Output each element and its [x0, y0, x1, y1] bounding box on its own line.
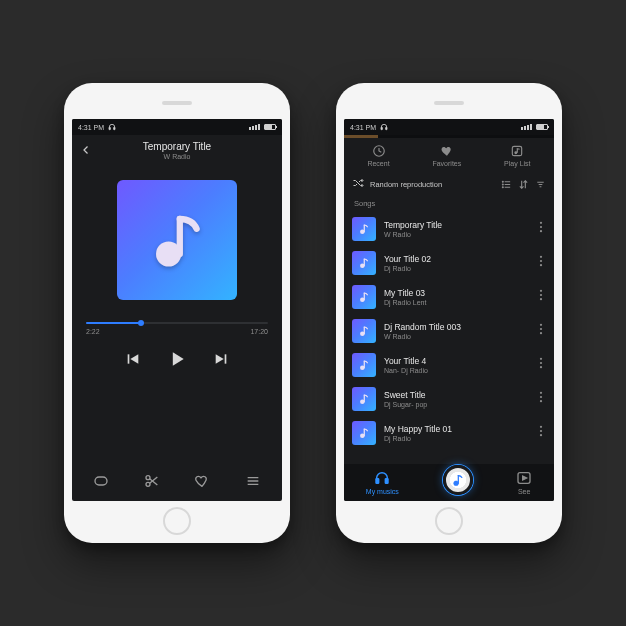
svg-point-26 [502, 186, 503, 187]
song-artist: W Radio [384, 231, 528, 238]
next-button[interactable] [213, 351, 229, 371]
song-more-button[interactable] [536, 424, 546, 442]
song-title: Dj Random Title 003 [384, 322, 528, 332]
song-row[interactable]: Your Title 4Nan- Dj Radio [344, 348, 554, 382]
album-art[interactable] [117, 180, 237, 300]
svg-point-49 [540, 366, 542, 368]
song-more-button[interactable] [536, 356, 546, 374]
song-title: Temporary Title [384, 220, 528, 230]
song-more-button[interactable] [536, 322, 546, 340]
svg-rect-16 [381, 127, 382, 129]
nav-label: My musics [366, 488, 399, 495]
svg-point-43 [540, 324, 542, 326]
song-thumb [352, 421, 376, 445]
player-header: Temporary Title W Radio [72, 135, 282, 162]
song-artist: Nan- Dj Radio [384, 367, 528, 374]
svg-point-53 [540, 400, 542, 402]
svg-point-36 [540, 260, 542, 262]
svg-point-56 [540, 430, 542, 432]
svg-rect-0 [109, 127, 110, 129]
queue-button[interactable] [245, 474, 261, 488]
song-thumb [352, 251, 376, 275]
song-more-button[interactable] [536, 390, 546, 408]
svg-point-35 [540, 256, 542, 258]
shuffle-label: Random reproduction [370, 180, 442, 189]
svg-point-41 [540, 298, 542, 300]
song-row[interactable]: Dj Random Title 003W Radio [344, 314, 554, 348]
song-row[interactable]: Your Title 02Dj Radio [344, 246, 554, 280]
svg-point-47 [540, 358, 542, 360]
song-row[interactable]: My Title 03Dj Radio Lent [344, 280, 554, 314]
svg-rect-7 [225, 354, 227, 363]
song-meta: My Title 03Dj Radio Lent [384, 288, 528, 306]
svg-point-40 [540, 294, 542, 296]
song-thumb [352, 285, 376, 309]
svg-rect-3 [128, 354, 130, 363]
top-tabs: Recent Favorites Play List [344, 138, 554, 171]
song-artist: Dj Radio Lent [384, 299, 528, 306]
shuffle-button[interactable] [352, 177, 364, 191]
nav-label: See [518, 488, 530, 495]
song-artist: Dj Radio [384, 435, 528, 442]
status-headphones-icon [380, 123, 388, 131]
svg-rect-58 [376, 479, 379, 484]
status-bar: 4:31 PM [72, 119, 282, 135]
song-title: My Happy Title 01 [384, 424, 528, 434]
song-more-button[interactable] [536, 220, 546, 238]
song-artist: Dj Radio [384, 265, 528, 272]
song-more-button[interactable] [536, 254, 546, 272]
phone-player: 4:31 PM Temporary Title W Radio [64, 83, 290, 543]
song-row[interactable]: My Happy Title 01Dj Radio [344, 416, 554, 450]
song-row[interactable]: Sweet TitleDj Sugar- pop [344, 382, 554, 416]
svg-point-31 [540, 222, 542, 224]
nav-now-playing[interactable] [443, 471, 473, 495]
song-row[interactable]: Temporary TitleW Radio [344, 212, 554, 246]
repeat-button[interactable] [93, 474, 109, 488]
cut-button[interactable] [144, 473, 160, 489]
tab-recent[interactable]: Recent [367, 144, 389, 167]
svg-rect-1 [114, 127, 115, 129]
status-bar: 4:31 PM [344, 119, 554, 135]
progress-bar[interactable] [86, 322, 268, 324]
sort-button[interactable] [518, 179, 529, 190]
song-title: Your Title 02 [384, 254, 528, 264]
tab-playlist[interactable]: Play List [504, 144, 530, 167]
svg-point-48 [540, 362, 542, 364]
nav-my-music[interactable]: My musics [366, 470, 399, 495]
battery-icon [264, 124, 276, 130]
svg-point-25 [502, 184, 503, 185]
home-button[interactable] [163, 507, 191, 535]
song-title: My Title 03 [384, 288, 528, 298]
nav-see[interactable]: See [516, 470, 532, 495]
song-thumb [352, 353, 376, 377]
song-meta: Temporary TitleW Radio [384, 220, 528, 238]
song-more-button[interactable] [536, 288, 546, 306]
song-thumb [352, 217, 376, 241]
screen-library: 4:31 PM Recent Favorites Play [344, 119, 554, 501]
tab-label: Favorites [432, 160, 461, 167]
song-meta: Your Title 02Dj Radio [384, 254, 528, 272]
home-button[interactable] [435, 507, 463, 535]
signal-icon [249, 124, 260, 130]
song-meta: My Happy Title 01Dj Radio [384, 424, 528, 442]
previous-button[interactable] [125, 351, 141, 371]
phone-speaker [162, 101, 192, 105]
bottom-nav: My musics See [344, 464, 554, 501]
tab-label: Play List [504, 160, 530, 167]
svg-point-32 [540, 226, 542, 228]
favorite-button[interactable] [194, 473, 210, 489]
play-button[interactable] [167, 349, 187, 373]
back-button[interactable] [80, 142, 92, 160]
song-thumb [352, 319, 376, 343]
song-thumb [352, 387, 376, 411]
svg-point-52 [540, 396, 542, 398]
phone-library: 4:31 PM Recent Favorites Play [336, 83, 562, 543]
svg-point-51 [540, 392, 542, 394]
view-list-button[interactable] [501, 179, 512, 190]
filter-button[interactable] [535, 179, 546, 190]
tab-favorites[interactable]: Favorites [432, 144, 461, 167]
tab-label: Recent [367, 160, 389, 167]
phone-speaker [434, 101, 464, 105]
time-duration: 17:20 [250, 328, 268, 335]
svg-point-44 [540, 328, 542, 330]
